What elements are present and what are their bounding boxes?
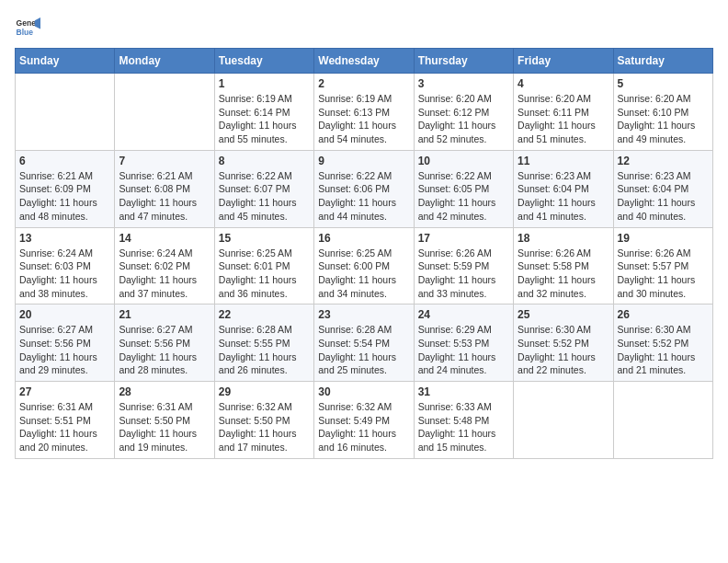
- cell-line: and 21 minutes.: [618, 363, 709, 377]
- calendar-cell: 5Sunrise: 6:20 AMSunset: 6:10 PMDaylight…: [613, 74, 712, 151]
- cell-line: and 22 minutes.: [518, 363, 609, 377]
- cell-line: Daylight: 11 hours: [119, 273, 210, 287]
- cell-line: Sunset: 5:51 PM: [19, 414, 110, 428]
- day-number: 5: [618, 77, 709, 90]
- day-number: 1: [219, 77, 310, 90]
- calendar-cell: 6Sunrise: 6:21 AMSunset: 6:09 PMDaylight…: [16, 150, 115, 227]
- calendar-cell: 10Sunrise: 6:22 AMSunset: 6:05 PMDayligh…: [414, 150, 513, 227]
- cell-line: Sunrise: 6:20 AM: [418, 92, 509, 106]
- day-number: 14: [119, 232, 210, 245]
- cell-line: Daylight: 11 hours: [418, 427, 509, 441]
- cell-line: and 52 minutes.: [418, 132, 509, 146]
- cell-line: Sunrise: 6:22 AM: [418, 169, 509, 183]
- cell-line: and 47 minutes.: [119, 210, 210, 224]
- cell-line: Sunset: 5:49 PM: [318, 414, 409, 428]
- calendar-week-row: 1Sunrise: 6:19 AMSunset: 6:14 PMDaylight…: [16, 74, 713, 151]
- calendar-cell: 1Sunrise: 6:19 AMSunset: 6:14 PMDaylight…: [214, 74, 313, 151]
- cell-line: Daylight: 11 hours: [19, 350, 110, 364]
- cell-line: and 25 minutes.: [318, 363, 409, 377]
- cell-line: Daylight: 11 hours: [219, 350, 310, 364]
- cell-line: Daylight: 11 hours: [318, 119, 409, 132]
- calendar-cell: 16Sunrise: 6:25 AMSunset: 6:00 PMDayligh…: [314, 227, 414, 304]
- cell-line: and 34 minutes.: [318, 287, 409, 301]
- cell-line: and 26 minutes.: [219, 363, 310, 377]
- calendar-cell: 31Sunrise: 6:33 AMSunset: 5:48 PMDayligh…: [414, 382, 513, 459]
- cell-line: Daylight: 11 hours: [219, 427, 310, 441]
- cell-line: Sunrise: 6:33 AM: [418, 400, 509, 414]
- cell-line: Daylight: 11 hours: [318, 350, 409, 364]
- cell-line: and 32 minutes.: [518, 287, 609, 301]
- cell-line: Sunrise: 6:31 AM: [19, 400, 110, 414]
- day-number: 6: [19, 155, 110, 167]
- cell-line: Sunset: 5:50 PM: [219, 414, 310, 428]
- cell-line: Sunset: 5:52 PM: [618, 337, 709, 350]
- cell-line: and 28 minutes.: [119, 363, 210, 377]
- day-number: 17: [418, 232, 509, 245]
- calendar-cell: 13Sunrise: 6:24 AMSunset: 6:03 PMDayligh…: [16, 227, 115, 304]
- cell-line: Sunrise: 6:29 AM: [418, 323, 509, 337]
- calendar-cell: 26Sunrise: 6:30 AMSunset: 5:52 PMDayligh…: [613, 304, 712, 382]
- calendar-cell: 22Sunrise: 6:28 AMSunset: 5:55 PMDayligh…: [214, 304, 313, 382]
- cell-line: and 19 minutes.: [119, 441, 210, 454]
- cell-line: Daylight: 11 hours: [318, 196, 409, 210]
- cell-line: Sunrise: 6:20 AM: [618, 92, 709, 106]
- calendar-header-row: SundayMondayTuesdayWednesdayThursdayFrid…: [16, 49, 713, 74]
- cell-line: and 24 minutes.: [418, 363, 509, 377]
- cell-line: Sunset: 6:12 PM: [418, 106, 509, 120]
- calendar-cell: 18Sunrise: 6:26 AMSunset: 5:58 PMDayligh…: [514, 227, 613, 304]
- cell-line: Sunrise: 6:22 AM: [318, 169, 409, 183]
- cell-line: Sunrise: 6:19 AM: [318, 92, 409, 106]
- calendar-cell: 15Sunrise: 6:25 AMSunset: 6:01 PMDayligh…: [214, 227, 313, 304]
- calendar-cell: 17Sunrise: 6:26 AMSunset: 5:59 PMDayligh…: [414, 227, 513, 304]
- day-number: 10: [418, 155, 509, 167]
- cell-line: Sunrise: 6:26 AM: [518, 247, 609, 260]
- cell-line: and 30 minutes.: [618, 287, 709, 301]
- cell-line: Sunrise: 6:28 AM: [219, 323, 310, 337]
- calendar-cell: 25Sunrise: 6:30 AMSunset: 5:52 PMDayligh…: [514, 304, 613, 382]
- cell-line: and 51 minutes.: [518, 132, 609, 146]
- cell-line: Daylight: 11 hours: [518, 196, 609, 210]
- cell-line: and 55 minutes.: [219, 132, 310, 146]
- calendar-week-row: 13Sunrise: 6:24 AMSunset: 6:03 PMDayligh…: [16, 227, 713, 304]
- calendar-week-row: 27Sunrise: 6:31 AMSunset: 5:51 PMDayligh…: [16, 382, 713, 459]
- cell-line: Daylight: 11 hours: [418, 196, 509, 210]
- cell-line: Sunrise: 6:23 AM: [618, 169, 709, 183]
- calendar-cell: 19Sunrise: 6:26 AMSunset: 5:57 PMDayligh…: [613, 227, 712, 304]
- cell-line: and 42 minutes.: [418, 210, 509, 224]
- cell-line: Daylight: 11 hours: [19, 196, 110, 210]
- calendar-body: 1Sunrise: 6:19 AMSunset: 6:14 PMDaylight…: [16, 74, 713, 459]
- day-number: 28: [119, 385, 210, 398]
- day-number: 15: [219, 232, 310, 245]
- cell-line: and 16 minutes.: [318, 441, 409, 454]
- cell-line: Sunrise: 6:31 AM: [119, 400, 210, 414]
- cell-line: Sunset: 6:01 PM: [219, 259, 310, 273]
- cell-line: Daylight: 11 hours: [418, 273, 509, 287]
- cell-line: Sunrise: 6:24 AM: [119, 247, 210, 260]
- cell-line: Sunrise: 6:26 AM: [618, 247, 709, 260]
- cell-line: Sunrise: 6:19 AM: [219, 92, 310, 106]
- cell-line: Sunset: 5:48 PM: [418, 414, 509, 428]
- cell-line: Sunrise: 6:30 AM: [518, 323, 609, 337]
- cell-line: Daylight: 11 hours: [618, 350, 709, 364]
- calendar-cell: 9Sunrise: 6:22 AMSunset: 6:06 PMDaylight…: [314, 150, 414, 227]
- cell-line: Daylight: 11 hours: [518, 350, 609, 364]
- calendar-cell: [115, 74, 214, 151]
- cell-line: Sunset: 6:02 PM: [119, 259, 210, 273]
- cell-line: Sunrise: 6:22 AM: [219, 169, 310, 183]
- cell-line: Daylight: 11 hours: [19, 427, 110, 441]
- cell-line: Daylight: 11 hours: [618, 196, 709, 210]
- cell-line: and 44 minutes.: [318, 210, 409, 224]
- day-number: 12: [618, 155, 709, 167]
- day-number: 24: [418, 308, 509, 321]
- day-number: 4: [518, 77, 609, 90]
- cell-line: and 54 minutes.: [318, 132, 409, 146]
- day-number: 25: [518, 308, 609, 321]
- cell-line: and 41 minutes.: [518, 210, 609, 224]
- day-header-tuesday: Tuesday: [214, 49, 313, 74]
- cell-line: Sunrise: 6:25 AM: [318, 247, 409, 260]
- calendar-cell: [613, 382, 712, 459]
- cell-line: Sunrise: 6:27 AM: [119, 323, 210, 337]
- cell-line: Sunset: 5:53 PM: [418, 337, 509, 350]
- cell-line: and 38 minutes.: [19, 287, 110, 301]
- cell-line: Sunset: 5:56 PM: [119, 337, 210, 350]
